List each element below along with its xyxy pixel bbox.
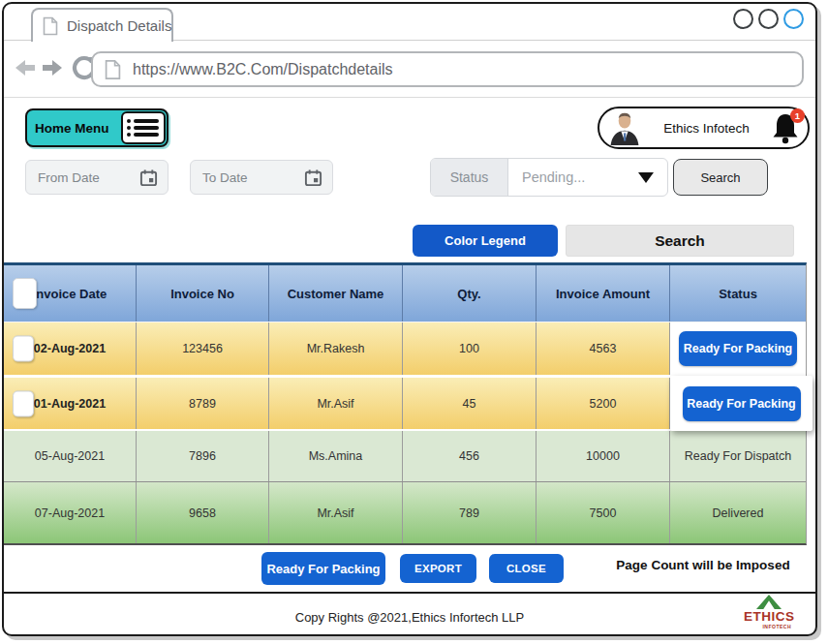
qty-cell: 100 [403,322,537,375]
status-cell: Ready For Packing [670,378,806,429]
calendar-icon[interactable] [304,169,322,187]
calendar-icon[interactable] [139,169,158,187]
company-logo: ETHICS INFOTECH [744,595,794,629]
navigation-bar: https://www.B2C.Com/Dispatchdetails [4,42,815,97]
address-bar[interactable]: https://www.B2C.Com/Dispatchdetails [91,51,804,87]
customer-name-cell: Mr.Asif [269,482,403,543]
logo-subtext: INFOTECH [744,624,794,629]
invoice-amount-cell: 4563 [537,322,670,375]
tab-bar: Dispatch Details [4,4,815,41]
status-selected-value[interactable]: Pending... [508,159,667,196]
table-body: 02-Aug-2021123456Mr.Rakesh1004563Ready F… [4,322,806,543]
invoice-date-cell: 05-Aug-2021 [4,431,137,481]
logo-text: ETHICS [744,610,794,624]
invoice-no-cell: 9658 [137,482,269,543]
invoice-no-cell: 8789 [137,378,269,429]
table-header: Invoice DateInvoice NoCustomer NameQty.I… [4,265,806,322]
export-button[interactable]: EXPORT [400,554,476,583]
profile-pill[interactable]: Ethics Infotech 1 [598,107,810,149]
table-row: 01-Aug-20218789Mr.Asif455200Ready For Pa… [4,375,806,429]
home-menu-label: Home Menu [35,121,109,136]
status-cell: Delivered [670,482,806,543]
table-row: 02-Aug-2021123456Mr.Rakesh1004563Ready F… [4,322,806,375]
invoice-date-cell: 01-Aug-2021 [4,378,137,429]
window-control-icon[interactable] [783,9,804,29]
window-controls [733,9,804,29]
profile-name: Ethics Infotech [642,121,771,136]
column-header: Status [670,265,806,322]
column-header: Qty. [403,265,537,322]
avatar [607,109,642,146]
row-checkbox[interactable] [13,390,34,416]
from-date-input[interactable]: From Date [25,160,169,195]
column-header: Customer Name [269,265,403,322]
status-label: Status [431,159,508,196]
big-search-button[interactable]: Search [566,225,794,257]
window-control-icon[interactable] [758,9,779,29]
qty-cell: 456 [403,431,537,481]
invoice-date-cell: 02-Aug-2021 [4,322,137,375]
color-legend-button[interactable]: Color Legend [413,225,558,257]
logo-chevron-icon [756,595,782,609]
url-text: https://www.B2C.Com/Dispatchdetails [133,61,393,78]
search-button[interactable]: Search [673,159,768,196]
select-all-checkbox[interactable] [13,278,37,309]
footer-divider [4,592,815,594]
invoice-no-cell: 7896 [137,431,269,481]
status-cell: Ready For Packing [670,322,806,375]
invoice-no-cell: 123456 [137,322,269,375]
from-date-placeholder: From Date [38,170,100,185]
close-button[interactable]: CLOSE [489,554,564,583]
forward-icon[interactable] [41,56,64,79]
to-date-input[interactable]: To Date [190,160,333,195]
browser-tab[interactable]: Dispatch Details [31,8,173,42]
status-button[interactable]: Ready For Packing [679,331,797,366]
notification-badge: 1 [790,108,805,123]
status-value-text: Pending... [522,169,585,185]
row-checkbox[interactable] [13,336,34,362]
column-header: Invoice Date [4,265,137,322]
copyright-text: Copy Rights @2021,Ethics Infortech LLP [4,610,815,625]
invoice-amount-cell: 5200 [537,378,670,429]
chevron-down-icon [638,172,654,183]
home-menu-button[interactable]: Home Menu [25,108,169,147]
browser-window: Dispatch Details https://www.B2C.Com/Dis… [2,2,817,636]
back-icon[interactable] [14,56,37,79]
qty-cell: 789 [403,482,537,543]
status-dropdown[interactable]: Status Pending... [430,158,668,197]
qty-cell: 45 [403,378,537,429]
page-icon [43,16,58,36]
page-count-note: Page Count will be Imposed [593,558,813,572]
status-cell: Ready For Dispatch [670,431,806,481]
menu-list-icon [121,111,166,144]
window-control-icon[interactable] [733,9,753,29]
table-row: 05-Aug-20217896Ms.Amina45610000Ready For… [4,429,806,481]
table-row: 07-Aug-20219658Mr.Asif7897500Delivered [4,481,806,543]
invoice-date-cell: 07-Aug-2021 [4,482,137,543]
column-header: Invoice Amount [537,265,670,322]
page-icon [105,59,121,80]
invoice-amount-cell: 7500 [537,482,670,543]
customer-name-cell: Mr.Rakesh [269,322,403,375]
tab-title: Dispatch Details [67,17,171,34]
dispatch-table: Invoice DateInvoice NoCustomer NameQty.I… [4,262,807,545]
ready-for-packing-button[interactable]: Ready For Packing [261,552,385,585]
to-date-placeholder: To Date [202,170,248,185]
divider [4,97,815,98]
customer-name-cell: Mr.Asif [269,378,403,429]
notification-bell[interactable]: 1 [771,112,800,144]
column-header: Invoice No [137,265,269,322]
status-button[interactable]: Ready For Packing [683,386,801,421]
customer-name-cell: Ms.Amina [269,431,403,481]
invoice-amount-cell: 10000 [537,431,670,481]
